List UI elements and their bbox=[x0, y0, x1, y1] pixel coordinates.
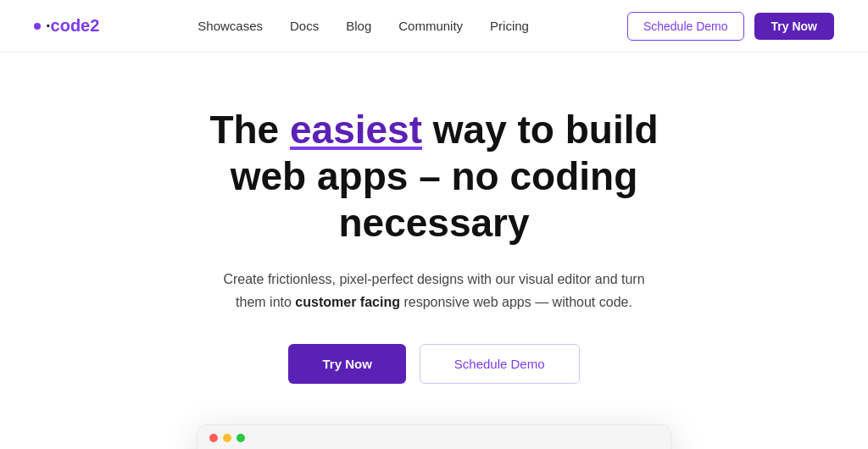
window-minimize-dot bbox=[223, 434, 231, 442]
hero-section: The easiest way to build web apps – no c… bbox=[0, 53, 868, 449]
nav-item-pricing[interactable]: Pricing bbox=[490, 19, 529, 33]
hero-try-now-button[interactable]: Try Now bbox=[288, 344, 405, 384]
hero-title-highlight: easiest bbox=[290, 108, 422, 152]
nav-try-now-button[interactable]: Try Now bbox=[754, 13, 834, 40]
logo-dot bbox=[34, 23, 41, 30]
nav-actions: Schedule Demo Try Now bbox=[627, 12, 834, 41]
preview-titlebar bbox=[198, 425, 670, 449]
navbar: ·code2 Showcases Docs Blog Community Pri… bbox=[0, 0, 868, 53]
nav-item-community[interactable]: Community bbox=[398, 19, 463, 33]
window-maximize-dot bbox=[236, 434, 245, 442]
hero-subtitle-part2: responsive web apps — without code. bbox=[400, 295, 632, 309]
logo-icon bbox=[34, 23, 42, 30]
hero-title-prefix: The bbox=[209, 108, 290, 152]
nav-links: Showcases Docs Blog Community Pricing bbox=[198, 19, 529, 34]
hero-schedule-demo-button[interactable]: Schedule Demo bbox=[420, 344, 580, 384]
logo[interactable]: ·code2 bbox=[34, 16, 99, 36]
hero-subtitle-bold: customer facing bbox=[295, 295, 400, 309]
window-close-dot bbox=[209, 434, 218, 442]
nav-item-showcases[interactable]: Showcases bbox=[198, 19, 263, 33]
nav-item-docs[interactable]: Docs bbox=[290, 19, 319, 33]
nav-item-blog[interactable]: Blog bbox=[346, 19, 371, 33]
hero-buttons: Try Now Schedule Demo bbox=[288, 344, 579, 384]
hero-subtitle: Create frictionless, pixel-perfect desig… bbox=[222, 268, 646, 313]
app-preview: Complete your company profile bbox=[197, 424, 671, 449]
nav-schedule-demo-button[interactable]: Schedule Demo bbox=[627, 12, 744, 41]
hero-title: The easiest way to build web apps – no c… bbox=[171, 107, 697, 247]
logo-text: ·code2 bbox=[46, 16, 99, 36]
